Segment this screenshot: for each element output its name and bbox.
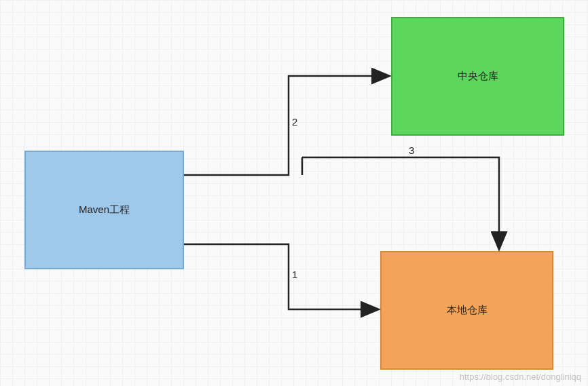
edge-to-local bbox=[184, 244, 378, 309]
node-local: 本地仓库 bbox=[380, 251, 553, 370]
node-maven-label: Maven工程 bbox=[79, 204, 130, 216]
edge-to-central-label: 2 bbox=[292, 116, 297, 128]
node-local-label: 本地仓库 bbox=[447, 304, 488, 317]
edge-to-central bbox=[184, 76, 388, 175]
node-central-label: 中央仓库 bbox=[458, 70, 498, 83]
node-maven: Maven工程 bbox=[24, 151, 184, 269]
watermark: https://blog.csdn.net/dongliniqq bbox=[460, 372, 581, 382]
edge-central-to-local bbox=[302, 157, 499, 248]
edge-central-to-local-label: 3 bbox=[409, 144, 414, 156]
node-central: 中央仓库 bbox=[391, 17, 564, 136]
edge-to-local-label: 1 bbox=[292, 269, 297, 280]
